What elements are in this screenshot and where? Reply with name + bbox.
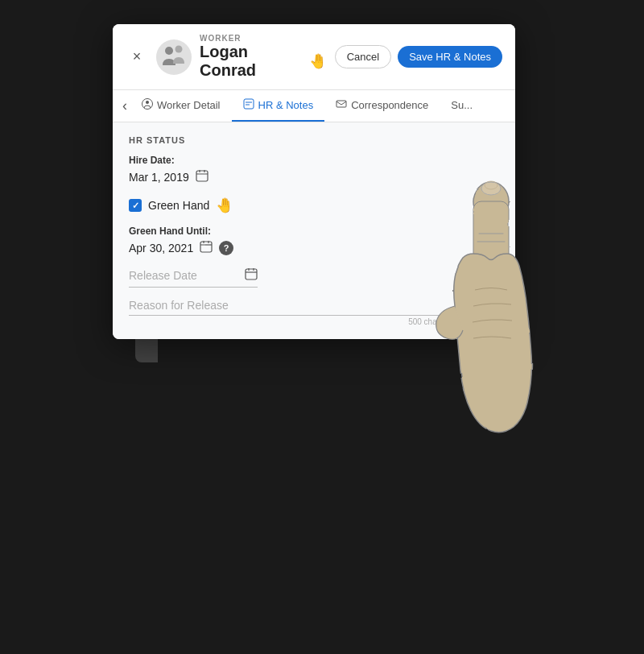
svg-rect-8 — [336, 101, 346, 107]
svg-rect-13 — [200, 242, 212, 252]
svg-point-1 — [165, 47, 173, 55]
worker-detail-icon — [142, 98, 153, 112]
release-date-placeholder: Release Date — [129, 269, 238, 282]
tab-hr-notes-label: HR & Notes — [258, 99, 314, 111]
modal-header: × WORKER Logan Conrad 🤚 Cancel Save HR &… — [113, 24, 515, 90]
green-hand-until-value: Apr 30, 2021 — [129, 242, 193, 255]
hire-date-value: Mar 1, 2019 — [129, 171, 189, 184]
green-hand-until-picker-icon[interactable] — [200, 240, 213, 256]
release-date-input-row[interactable]: Release Date — [129, 267, 258, 288]
worker-info: WORKER Logan Conrad 🤚 — [200, 34, 327, 80]
save-button[interactable]: Save HR & Notes — [398, 46, 502, 68]
worker-label: WORKER — [200, 34, 327, 43]
release-date-field: Release Date — [129, 267, 499, 288]
reason-for-release-field: Reason for Release 500 characters remain… — [129, 299, 499, 326]
worker-avatar — [156, 39, 192, 75]
tab-worker-detail-label: Worker Detail — [157, 99, 221, 111]
svg-rect-9 — [196, 171, 208, 181]
worker-name-row: Logan Conrad 🤚 — [200, 43, 327, 80]
hire-date-picker-icon[interactable] — [196, 169, 208, 185]
tabs-bar: ‹ Worker Detail HR & Notes Correspondenc… — [113, 90, 515, 122]
green-hand-checkbox-row: Green Hand 🤚 — [129, 197, 499, 214]
release-date-picker-icon[interactable] — [245, 267, 258, 284]
green-hand-header-icon: 🤚 — [309, 52, 327, 70]
svg-point-2 — [175, 45, 183, 52]
green-hand-checkbox[interactable] — [129, 199, 142, 212]
green-hand-until-value-row: Apr 30, 2021 ? — [129, 240, 499, 256]
tab-correspondence-label: Correspondence — [351, 99, 428, 111]
reason-for-release-placeholder[interactable]: Reason for Release — [129, 299, 499, 316]
tab-correspondence[interactable]: Correspondence — [324, 90, 440, 122]
modal-window: × WORKER Logan Conrad 🤚 Cancel Save HR &… — [113, 24, 515, 339]
tab-overflow[interactable]: Su... — [440, 91, 484, 121]
hire-date-field: Hire Date: Mar 1, 2019 — [129, 155, 499, 185]
svg-rect-5 — [244, 99, 254, 109]
svg-point-4 — [146, 101, 149, 104]
tab-back-button[interactable]: ‹ — [119, 93, 130, 119]
modal-content: HR STATUS Hire Date: Mar 1, 2019 Green H… — [113, 122, 515, 339]
svg-rect-17 — [246, 269, 257, 279]
tab-worker-detail[interactable]: Worker Detail — [130, 90, 232, 122]
close-icon: × — [133, 48, 142, 65]
hr-notes-icon — [243, 98, 254, 112]
green-hand-until-label: Green Hand Until: — [129, 226, 499, 237]
green-hand-label: Green Hand — [148, 199, 209, 212]
header-actions: Cancel Save HR & Notes — [335, 45, 502, 68]
cancel-button[interactable]: Cancel — [335, 45, 391, 68]
tab-hr-notes[interactable]: HR & Notes — [232, 90, 325, 122]
hire-date-label: Hire Date: — [129, 155, 499, 166]
hr-status-title: HR STATUS — [129, 135, 499, 145]
hire-date-value-row: Mar 1, 2019 — [129, 169, 499, 185]
green-hand-until-field: Green Hand Until: Apr 30, 2021 ? — [129, 226, 499, 256]
tab-overflow-label: Su... — [451, 99, 473, 111]
help-icon[interactable]: ? — [219, 241, 233, 255]
char-count: 500 characters remaining — [129, 317, 499, 326]
close-button[interactable]: × — [126, 46, 148, 68]
svg-point-0 — [156, 39, 192, 75]
worker-name: Logan Conrad — [200, 43, 304, 80]
correspondence-icon — [336, 98, 347, 112]
green-hand-icon: 🤚 — [216, 197, 233, 214]
